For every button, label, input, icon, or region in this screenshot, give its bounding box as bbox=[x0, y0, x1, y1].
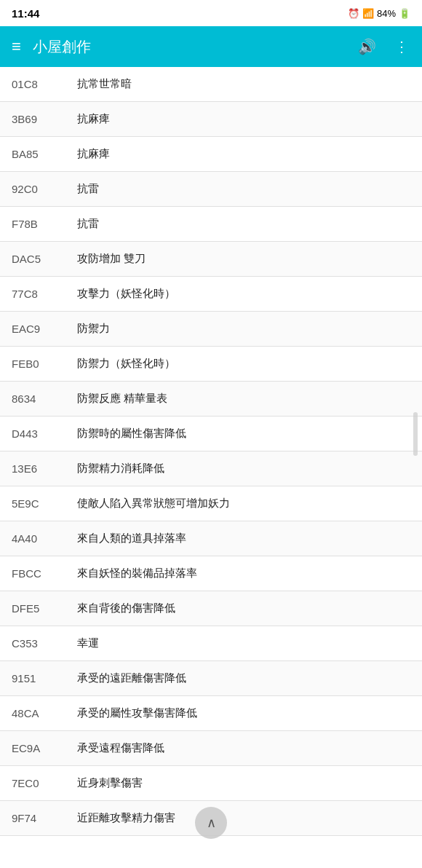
row-code: 5E9C bbox=[0, 486, 65, 521]
row-code: 8634 bbox=[0, 382, 65, 417]
table-row: 8634防禦反應 精華量表 bbox=[0, 382, 422, 417]
row-label: 防禦力（妖怪化時） bbox=[65, 347, 422, 382]
row-code: FBCC bbox=[0, 556, 65, 591]
row-label: 抗麻痺 bbox=[65, 137, 422, 172]
table-row: BA85抗麻痺 bbox=[0, 137, 422, 172]
row-label: 近身刺擊傷害 bbox=[65, 766, 422, 801]
row-label: 抗常世常暗 bbox=[65, 67, 422, 102]
table-row: 3B69抗麻痺 bbox=[0, 102, 422, 137]
row-code: F78B bbox=[0, 207, 65, 242]
row-code: BA85 bbox=[0, 137, 65, 172]
row-label: 防禦反應 精華量表 bbox=[65, 382, 422, 417]
row-label: 攻擊力（妖怪化時） bbox=[65, 277, 422, 312]
row-code: EC9A bbox=[0, 731, 65, 766]
data-table: 01C8抗常世常暗3B69抗麻痺BA85抗麻痺92C0抗雷F78B抗雷DAC5攻… bbox=[0, 67, 422, 836]
row-label: 使敵人陷入異常狀態可增加妖力 bbox=[65, 486, 422, 521]
row-code: C353 bbox=[0, 626, 65, 661]
table-row: FEB0防禦力（妖怪化時） bbox=[0, 347, 422, 382]
signal-icon: 📶 bbox=[362, 8, 374, 19]
table-row: EC9A承受遠程傷害降低 bbox=[0, 731, 422, 766]
battery-text: 84% bbox=[377, 8, 396, 19]
sound-button[interactable]: 🔊 bbox=[352, 32, 381, 61]
row-code: D443 bbox=[0, 417, 65, 451]
row-label: 防禦精力消耗降低 bbox=[65, 451, 422, 486]
row-code: 77C8 bbox=[0, 277, 65, 312]
table-row: DFE5來自背後的傷害降低 bbox=[0, 591, 422, 626]
row-code: 48CA bbox=[0, 696, 65, 731]
row-label: 承受遠程傷害降低 bbox=[65, 731, 422, 766]
row-code: DAC5 bbox=[0, 242, 65, 277]
row-code: 3B69 bbox=[0, 102, 65, 137]
row-label: 攻防增加 雙刀 bbox=[65, 242, 422, 277]
table-row: 5E9C使敵人陷入異常狀態可增加妖力 bbox=[0, 486, 422, 521]
table-row: 48CA承受的屬性攻擊傷害降低 bbox=[0, 696, 422, 731]
row-label: 防禦時的屬性傷害降低 bbox=[65, 417, 422, 451]
table-row: D443防禦時的屬性傷害降低 bbox=[0, 417, 422, 451]
row-label: 來自人類的道具掉落率 bbox=[65, 521, 422, 556]
table-row: 92C0抗雷 bbox=[0, 172, 422, 207]
row-label: 幸運 bbox=[65, 626, 422, 661]
table-row: DAC5攻防增加 雙刀 bbox=[0, 242, 422, 277]
app-title: 小屋創作 bbox=[33, 37, 352, 57]
alarm-icon: ⏰ bbox=[348, 8, 359, 19]
row-code: 13E6 bbox=[0, 451, 65, 486]
app-bar: ≡ 小屋創作 🔊 ⋮ bbox=[0, 26, 422, 67]
table-row: 9151承受的遠距離傷害降低 bbox=[0, 661, 422, 696]
row-label: 承受的遠距離傷害降低 bbox=[65, 661, 422, 696]
row-label: 抗雷 bbox=[65, 172, 422, 207]
row-code: DFE5 bbox=[0, 591, 65, 626]
table-row: 77C8攻擊力（妖怪化時） bbox=[0, 277, 422, 312]
row-label: 承受的屬性攻擊傷害降低 bbox=[65, 696, 422, 731]
battery-icon: 🔋 bbox=[399, 8, 410, 19]
table-row: F78B抗雷 bbox=[0, 207, 422, 242]
row-label: 來自背後的傷害降低 bbox=[65, 591, 422, 626]
row-label: 來自妖怪的裝備品掉落率 bbox=[65, 556, 422, 591]
table-row: C353幸運 bbox=[0, 626, 422, 661]
status-bar: 11:44 ⏰ 📶 84% 🔋 bbox=[0, 0, 422, 26]
row-label: 抗雷 bbox=[65, 207, 422, 242]
table-row: 7EC0近身刺擊傷害 bbox=[0, 766, 422, 801]
row-code: EAC9 bbox=[0, 312, 65, 347]
row-code: 9F74 bbox=[0, 801, 65, 836]
table-row: EAC9防禦力 bbox=[0, 312, 422, 347]
table-row: 4A40來自人類的道具掉落率 bbox=[0, 521, 422, 556]
table-row: 01C8抗常世常暗 bbox=[0, 67, 422, 102]
status-icons: ⏰ 📶 84% 🔋 bbox=[348, 8, 410, 19]
menu-button[interactable]: ≡ bbox=[6, 31, 27, 62]
status-time: 11:44 bbox=[12, 7, 39, 20]
row-label: 抗麻痺 bbox=[65, 102, 422, 137]
app-bar-actions: 🔊 ⋮ bbox=[352, 32, 416, 61]
more-button[interactable]: ⋮ bbox=[387, 32, 416, 61]
row-code: 4A40 bbox=[0, 521, 65, 556]
scroll-indicator bbox=[413, 412, 418, 456]
row-code: 92C0 bbox=[0, 172, 65, 207]
row-label: 近距離攻擊精力傷害 bbox=[65, 801, 422, 836]
row-code: 9151 bbox=[0, 661, 65, 696]
back-to-top-button[interactable]: ∧ bbox=[195, 807, 227, 839]
row-code: FEB0 bbox=[0, 347, 65, 382]
row-code: 01C8 bbox=[0, 67, 65, 102]
table-row: FBCC來自妖怪的裝備品掉落率 bbox=[0, 556, 422, 591]
row-code: 7EC0 bbox=[0, 766, 65, 801]
row-label: 防禦力 bbox=[65, 312, 422, 347]
table-row: 13E6防禦精力消耗降低 bbox=[0, 451, 422, 486]
